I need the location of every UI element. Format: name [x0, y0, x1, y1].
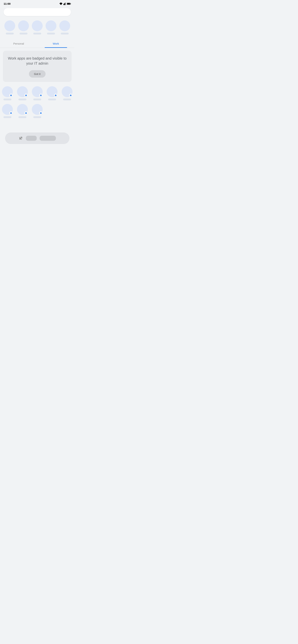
bottom-nav-bar: [5, 132, 69, 144]
skeleton-app-circle: [4, 20, 15, 31]
work-app-item[interactable]: [45, 86, 60, 100]
work-app-label: [33, 98, 41, 100]
work-app-circle-wrapper: [17, 86, 28, 97]
work-app-label: [19, 98, 26, 100]
work-app-item[interactable]: [15, 86, 30, 100]
svg-rect-3: [65, 2, 66, 5]
skeleton-app-label: [61, 33, 69, 34]
info-card: Work apps are badged and visible to your…: [3, 51, 72, 82]
work-app-circle-wrapper: [32, 86, 43, 97]
work-app-label: [33, 116, 41, 118]
skeleton-app-circle: [18, 20, 29, 31]
skeleton-app-grid: [0, 19, 75, 36]
skeleton-app-item: [32, 20, 43, 34]
work-badge: [69, 94, 73, 97]
work-app-label: [63, 98, 71, 100]
briefcase-icon: [10, 112, 12, 114]
bottom-pill-short: [26, 136, 37, 141]
work-badge: [39, 111, 43, 115]
signal-icon: [63, 2, 66, 5]
work-app-label: [48, 98, 56, 100]
bottom-pill-long: [40, 136, 56, 141]
work-app-label: [19, 116, 26, 118]
skeleton-app-item: [18, 20, 29, 34]
skeleton-app-label: [33, 33, 41, 34]
skeleton-app-circle: [32, 20, 43, 31]
battery-icon: [67, 3, 71, 5]
svg-rect-2: [65, 3, 65, 5]
work-app-item[interactable]: [30, 86, 45, 100]
skeleton-app-item: [4, 20, 15, 34]
work-app-label: [4, 98, 11, 100]
search-bar[interactable]: [4, 8, 71, 16]
work-app-item[interactable]: [0, 104, 15, 118]
work-apps-row-2: [0, 104, 75, 118]
work-app-item[interactable]: [60, 86, 75, 100]
work-app-circle-wrapper: [17, 104, 28, 115]
work-app-circle-wrapper: [2, 86, 13, 97]
work-app-circle-wrapper: [2, 104, 13, 115]
svg-rect-1: [64, 3, 65, 5]
work-badge: [54, 94, 58, 97]
work-app-label: [4, 116, 11, 118]
skeleton-app-label: [47, 33, 55, 34]
wifi-icon: [59, 2, 63, 5]
work-app-circle-wrapper: [62, 86, 73, 97]
work-badge: [9, 111, 13, 115]
briefcase-icon: [70, 94, 72, 96]
svg-rect-5: [67, 3, 70, 4]
skeleton-app-label: [6, 33, 14, 34]
skeleton-app-circle: [59, 20, 70, 31]
briefcase-icon: [25, 112, 27, 114]
work-app-item[interactable]: [15, 104, 30, 118]
status-time: 11:00: [4, 2, 11, 5]
work-badge: [24, 94, 28, 97]
work-badge: [9, 94, 13, 97]
work-apps-row-1: [0, 86, 75, 100]
work-badge: [39, 94, 43, 97]
tab-work[interactable]: Work: [37, 40, 75, 48]
no-camera-icon: [19, 136, 23, 140]
briefcase-icon: [40, 94, 42, 96]
briefcase-icon: [40, 112, 42, 114]
skeleton-app-label: [20, 33, 28, 34]
briefcase-icon: [25, 94, 27, 96]
status-icons: [59, 2, 71, 5]
svg-rect-6: [71, 3, 71, 4]
skeleton-app-item: [46, 20, 56, 34]
tab-personal[interactable]: Personal: [0, 40, 37, 48]
svg-rect-0: [63, 4, 64, 5]
tabs-container: Personal Work: [0, 40, 75, 48]
work-app-circle-wrapper: [47, 86, 58, 97]
work-badge: [24, 111, 28, 115]
got-it-button[interactable]: Got it: [29, 70, 46, 78]
skeleton-app-item: [59, 20, 70, 34]
work-app-item[interactable]: [30, 104, 45, 118]
bottom-nav-wrapper: [0, 132, 75, 148]
briefcase-icon: [55, 94, 57, 96]
briefcase-icon: [10, 94, 12, 96]
work-app-circle-wrapper: [32, 104, 43, 115]
work-app-item[interactable]: [0, 86, 15, 100]
status-bar: 11:00: [0, 0, 75, 7]
info-card-text: Work apps are badged and visible to your…: [7, 56, 67, 66]
skeleton-app-circle: [46, 20, 56, 31]
